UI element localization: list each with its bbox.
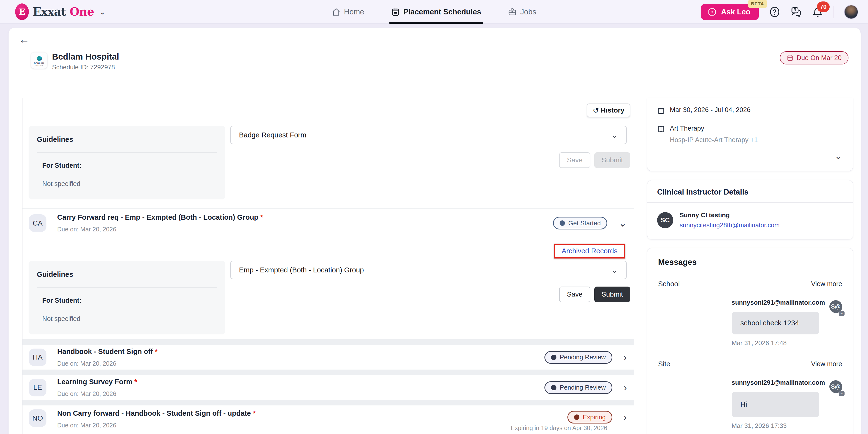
item-title-text: Non Carry forward - Handbook - Student S… (57, 409, 251, 417)
archived-records-link[interactable]: Archived Records (562, 247, 618, 255)
notifications-button[interactable]: 70 (812, 6, 823, 18)
chat-question-icon (790, 6, 802, 18)
nav-item-jobs[interactable]: Jobs (508, 0, 536, 24)
form-actions: Save Submit (559, 287, 630, 302)
item-initials-avatar: HA (29, 348, 46, 366)
beta-badge: BETA (748, 0, 767, 8)
form-select-value: Emp - Exmpted (Both - Location) Group (239, 266, 364, 274)
status-dot-icon (560, 221, 565, 226)
instructor-name: Sunny CI testing (680, 211, 779, 219)
exxat-logo-icon: E (15, 3, 29, 20)
schedule-dates-row: Mar 30, 2026 - Jul 04, 2026 (657, 106, 843, 114)
status-badge-expiring: Expiring (567, 411, 612, 424)
chevron-down-icon[interactable]: ⌄ (835, 151, 842, 161)
item-title: Carry Forward req - Emp - Exmpted (Both … (57, 213, 263, 222)
status-label: Expiring (583, 413, 606, 421)
item-main: Handbook - Student Sign off* Due on: Mar… (57, 347, 158, 367)
back-button[interactable]: ← (19, 34, 30, 45)
feedback-chat-button[interactable] (790, 6, 802, 18)
program-row: Art Therapy Hosp-IP Acute-Art Therapy +1 (657, 125, 843, 144)
clinical-instructor-title: Clinical Instructor Details (647, 180, 853, 203)
chevron-down-icon[interactable]: ⌄ (99, 7, 105, 16)
submit-button[interactable]: Submit (594, 287, 630, 302)
requirement-item-row[interactable]: HA Handbook - Student Sign off* Due on: … (23, 345, 634, 370)
status-dot-icon (551, 355, 556, 360)
form-select-value: Badge Request Form (239, 131, 306, 139)
item-main: Carry Forward req - Emp - Exmpted (Both … (57, 213, 263, 233)
row-gap (23, 370, 634, 375)
instructor-row: SC Sunny CI testing sunnycitesting28th@m… (647, 203, 853, 238)
guidelines-divider (37, 287, 217, 288)
row-gap (23, 339, 634, 345)
message-section-header: School View more (658, 280, 842, 288)
status-dot-icon (574, 414, 580, 420)
row-gap (23, 400, 634, 405)
form-select[interactable]: Emp - Exmpted (Both - Location) Group ⌄ (230, 261, 627, 279)
book-icon (657, 125, 665, 133)
save-button[interactable]: Save (559, 287, 590, 302)
instructor-email-link[interactable]: sunnycitesting28th@mailinator.com (680, 222, 779, 229)
status-badge-pending-review: Pending Review (545, 351, 612, 364)
chevron-down-icon[interactable]: ⌄ (619, 218, 627, 228)
ask-leo-label: Ask Leo (721, 7, 750, 16)
item-title-text: Handbook - Student Sign off (57, 347, 153, 356)
message: sunnysoni291@mailinator.com Hi Mar 31, 2… (658, 379, 842, 430)
schedule-detail-card: ← ✙ BEDLAM HOSPITAL Bedlam Hospital Sche… (8, 28, 861, 434)
item-right: Get Started ⌄ (553, 217, 627, 229)
item-initials-avatar: LE (29, 379, 46, 396)
requirement-item-header[interactable]: CA Carry Forward req - Emp - Exmpted (Bo… (29, 213, 627, 233)
item-title-text: Carry Forward req - Emp - Exmpted (Both … (57, 213, 258, 221)
program-info: Art Therapy Hosp-IP Acute-Art Therapy +1 (670, 125, 758, 144)
message-bubble: school check 1234 (732, 312, 819, 334)
message-section-header: Site View more (658, 360, 842, 368)
sender-avatar: S@ ⋯ (829, 300, 842, 313)
user-avatar[interactable] (844, 5, 858, 19)
ask-leo-button[interactable]: Ask Leo BETA (701, 4, 759, 20)
guidelines-box: Guidelines For Student: Not specified (29, 126, 225, 199)
message-timestamp: Mar 31, 2026 17:48 (732, 339, 825, 347)
sender-avatar: S@ ⋯ (829, 380, 842, 393)
schedule-id: Schedule ID: 7292978 (52, 63, 115, 71)
instructor-avatar: SC (657, 212, 673, 228)
chat-bubble-icon: ⋯ (839, 391, 844, 396)
required-asterisk: * (134, 378, 137, 386)
view-more-link[interactable]: View more (811, 280, 842, 288)
brand-logo[interactable]: E Exxat One ⌄ (15, 3, 105, 20)
requirement-item-expanded: CA Carry Forward req - Emp - Exmpted (Bo… (23, 208, 634, 339)
history-label: History (601, 106, 624, 114)
nav-item-home[interactable]: Home (332, 0, 364, 24)
nav-item-placement-schedules[interactable]: Placement Schedules (391, 0, 481, 24)
schedule-summary-card: Mar 30, 2026 - Jul 04, 2026 Art Therapy … (647, 98, 853, 171)
item-main: Non Carry forward - Handbook - Student S… (57, 409, 256, 429)
chevron-right-icon[interactable]: › (624, 353, 627, 362)
history-button[interactable]: ↺ History (587, 103, 630, 117)
schedule-dates: Mar 30, 2026 - Jul 04, 2026 (670, 106, 750, 114)
status-badge-get-started: Get Started (553, 217, 608, 229)
guidelines-title: Guidelines (37, 270, 217, 278)
onboarding-content-panel: ↺ History Guidelines For Student: Not sp… (22, 98, 634, 434)
help-button[interactable] (769, 6, 780, 18)
requirement-item-row[interactable]: LE Learning Survey Form* Due on: Mar 20,… (23, 375, 634, 400)
required-asterisk: * (253, 409, 256, 417)
hospital-logo-name: BEDLAM (34, 62, 44, 64)
save-button[interactable]: Save (559, 152, 590, 168)
form-select[interactable]: Badge Request Form ⌄ (230, 126, 627, 144)
required-asterisk: * (155, 347, 157, 356)
guidelines-for-student-label: For Student: (37, 297, 217, 304)
item-initials-avatar: CA (29, 214, 46, 232)
expiry-note: Expiring in 19 days on Apr 30, 2026 (511, 425, 607, 432)
messages-card: Messages School View more sunnysoni291@m… (647, 248, 853, 434)
chevron-right-icon[interactable]: › (624, 383, 627, 393)
chevron-down-icon: ⌄ (611, 265, 618, 275)
nav-label: Placement Schedules (403, 7, 481, 16)
guidelines-value: Not specified (37, 315, 217, 323)
chevron-right-icon[interactable]: › (624, 412, 627, 422)
requirement-item-row[interactable]: NO Non Carry forward - Handbook - Studen… (23, 405, 634, 434)
guidelines-divider (37, 152, 217, 153)
view-more-link[interactable]: View more (811, 360, 842, 368)
chevron-down-icon: ⌄ (611, 130, 618, 140)
nav-right-controls: Ask Leo BETA 70 (701, 0, 858, 24)
submit-button[interactable]: Submit (594, 152, 630, 168)
hospital-cross-icon: ✙ (36, 55, 42, 62)
item-due-date: Due on: Mar 20, 2026 (57, 360, 158, 367)
